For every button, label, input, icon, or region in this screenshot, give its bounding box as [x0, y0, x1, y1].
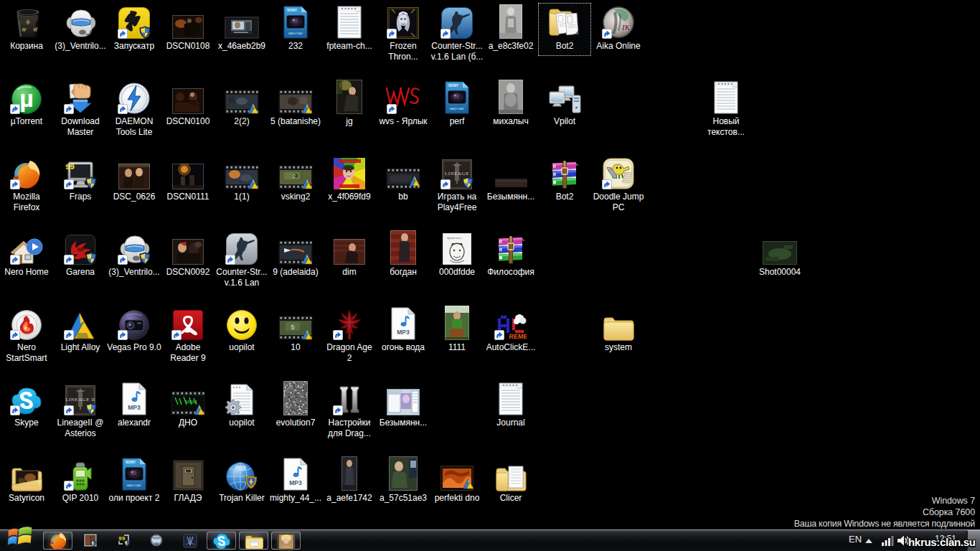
svg-text:SONY: SONY: [126, 460, 136, 464]
svg-text:HANDYCAM: HANDYCAM: [127, 484, 141, 487]
svg-text:II: II: [553, 166, 557, 169]
svg-text:LINEAGE: LINEAGE: [445, 171, 469, 176]
svg-text:µ: µ: [19, 85, 34, 112]
svg-text:MP3: MP3: [128, 404, 141, 411]
svg-text:II: II: [553, 174, 557, 176]
svg-text:LINEAGE II: LINEAGE II: [65, 397, 95, 402]
svg-text:SONY: SONY: [287, 8, 298, 12]
svg-text:SONY: SONY: [448, 83, 459, 88]
svg-text:99: 99: [118, 535, 126, 542]
svg-text:II: II: [499, 249, 503, 252]
svg-text:HANDYCAM: HANDYCAM: [288, 32, 303, 35]
svg-text:REME: REME: [509, 333, 527, 340]
svg-text:II: II: [499, 241, 503, 244]
svg-text:2: 2: [293, 174, 296, 179]
svg-text:Speak now...: Speak now...: [447, 236, 463, 240]
svg-text:MP3: MP3: [397, 329, 410, 336]
svg-text:MP3: MP3: [289, 479, 302, 486]
svg-text:5: 5: [291, 324, 294, 331]
svg-text:IK: IK: [621, 23, 631, 32]
svg-text:HANDYCAM: HANDYCAM: [450, 108, 464, 110]
svg-text:99: 99: [65, 163, 75, 171]
